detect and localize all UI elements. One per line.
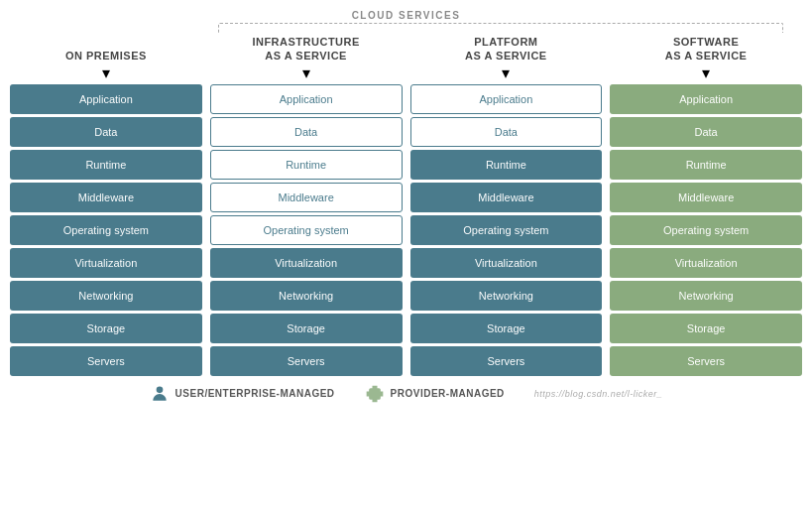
- watermark: https://blog.csdn.net/l-licker_: [534, 389, 663, 399]
- table-row: Middleware: [210, 183, 403, 212]
- table-row: Operating system: [410, 215, 603, 245]
- table-row: Operating system: [610, 215, 802, 245]
- main-container: CLOUD SERVICES ON PREMISES ▾ INFRASTRUCT…: [0, 0, 812, 510]
- table-row: Data: [610, 117, 802, 147]
- footer-user-label: USER/ENTERPRISE-MANAGED: [175, 388, 335, 399]
- table-row: Storage: [410, 314, 603, 343]
- table-row: Data: [410, 117, 603, 147]
- table-row: Operating system: [10, 215, 202, 245]
- footer-user-item: USER/ENTERPRISE-MANAGED: [150, 384, 335, 404]
- column-headers: ON PREMISES ▾ INFRASTRUCTURE AS A SERVIC…: [10, 35, 802, 84]
- table-row: Virtualization: [210, 248, 403, 278]
- table-row: Servers: [410, 346, 603, 376]
- table-row: Virtualization: [610, 248, 802, 278]
- table-row: Middleware: [10, 183, 202, 212]
- table-row: Data: [10, 117, 202, 147]
- table-row: Runtime: [610, 150, 802, 180]
- col-header-iaas-text: INFRASTRUCTURE AS A SERVICE: [252, 35, 359, 64]
- column-paas: ApplicationDataRuntimeMiddlewareOperatin…: [410, 84, 603, 376]
- service-grid: ApplicationDataRuntimeMiddlewareOperatin…: [10, 84, 802, 376]
- column-saas: ApplicationDataRuntimeMiddlewareOperatin…: [610, 84, 802, 376]
- footer: USER/ENTERPRISE-MANAGED PROVIDER-MANAGED…: [150, 384, 663, 404]
- table-row: Runtime: [410, 150, 603, 180]
- column-on-premises: ApplicationDataRuntimeMiddlewareOperatin…: [10, 84, 202, 376]
- footer-provider-item: PROVIDER-MANAGED: [365, 384, 505, 404]
- table-row: Runtime: [10, 150, 202, 180]
- table-row: Networking: [410, 281, 603, 311]
- table-row: Application: [210, 84, 403, 114]
- table-row: Application: [10, 84, 202, 114]
- col-header-on-premises: ON PREMISES ▾: [10, 35, 202, 84]
- cloud-services-area: CLOUD SERVICES: [10, 10, 802, 33]
- table-row: Networking: [10, 281, 202, 311]
- col-header-paas: PLATFORM AS A SERVICE ▾: [410, 35, 603, 84]
- table-row: Servers: [610, 346, 802, 376]
- cloud-services-label: CLOUD SERVICES: [352, 10, 461, 21]
- table-row: Application: [410, 84, 603, 114]
- col-arrow-on-premises: ▾: [102, 64, 110, 82]
- table-row: Networking: [210, 281, 403, 311]
- col-arrow-iaas: ▾: [302, 64, 310, 82]
- table-row: Middleware: [610, 183, 802, 212]
- column-iaas: ApplicationDataRuntimeMiddlewareOperatin…: [210, 84, 403, 376]
- person-icon: [150, 384, 170, 404]
- col-arrow-paas: ▾: [502, 64, 510, 82]
- table-row: Data: [210, 117, 403, 147]
- table-row: Virtualization: [410, 248, 603, 278]
- col-header-iaas: INFRASTRUCTURE AS A SERVICE ▾: [210, 35, 403, 84]
- table-row: Runtime: [210, 150, 403, 180]
- col-header-saas-text: SOFTWARE AS A SERVICE: [665, 35, 748, 64]
- table-row: Servers: [10, 346, 202, 376]
- col-header-paas-text: PLATFORM AS A SERVICE: [465, 35, 547, 64]
- table-row: Storage: [210, 314, 403, 343]
- table-row: Servers: [210, 346, 403, 376]
- puzzle-icon: [365, 384, 385, 404]
- table-row: Application: [610, 84, 802, 114]
- footer-provider-label: PROVIDER-MANAGED: [391, 388, 505, 399]
- svg-point-0: [156, 386, 163, 393]
- table-row: Storage: [610, 314, 802, 343]
- table-row: Networking: [610, 281, 802, 311]
- col-arrow-saas: ▾: [702, 64, 710, 82]
- table-row: Virtualization: [10, 248, 202, 278]
- col-header-on-premises-text: ON PREMISES: [65, 49, 147, 63]
- table-row: Storage: [10, 314, 202, 343]
- col-header-saas: SOFTWARE AS A SERVICE ▾: [610, 35, 802, 84]
- table-row: Operating system: [210, 215, 403, 245]
- cloud-bracket: [218, 23, 783, 33]
- table-row: Middleware: [410, 183, 603, 212]
